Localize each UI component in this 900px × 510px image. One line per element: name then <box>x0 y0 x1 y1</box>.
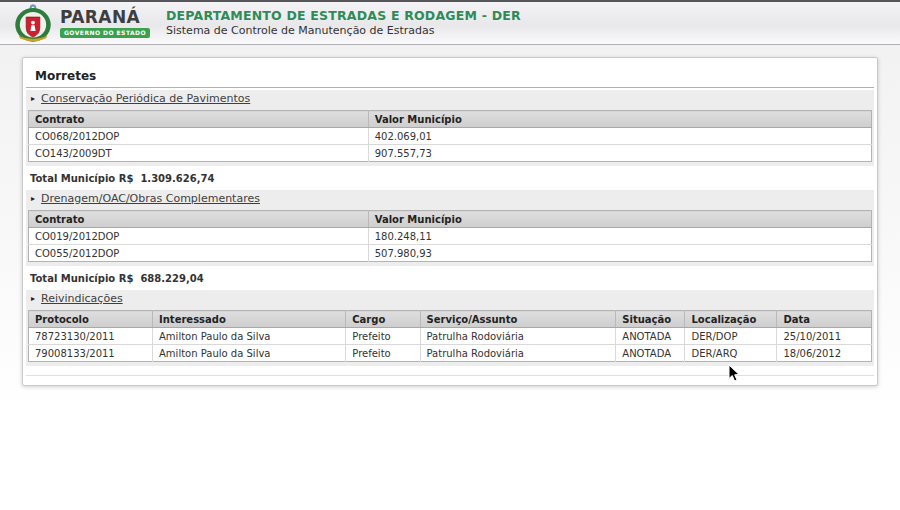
table-row[interactable]: CO068/2012DOP402.069,01 <box>29 128 872 145</box>
table-cell: ANOTADA <box>616 328 685 345</box>
column-header: Serviço/Assunto <box>420 311 616 328</box>
brand-subtitle-badge: GOVERNO DO ESTADO <box>60 28 150 38</box>
table-row[interactable]: CO143/2009DT907.557,73 <box>29 145 872 162</box>
column-header: Situação <box>616 311 685 328</box>
section-panel: ▸Drenagem/OAC/Obras ComplementaresContra… <box>26 190 874 266</box>
table-cell: 78723130/2011 <box>29 328 153 345</box>
total-label: Total Município R$ <box>30 273 133 284</box>
app-subtitle: Sistema de Controle de Manutenção de Est… <box>166 24 521 38</box>
section-data-table: ContratoValor MunicípioCO068/2012DOP402.… <box>28 110 872 162</box>
table-cell: Amilton Paulo da Silva <box>153 328 346 345</box>
triangle-bullet-icon: ▸ <box>31 195 35 203</box>
total-label: Total Município R$ <box>30 173 133 184</box>
table-cell: 25/10/2011 <box>777 328 872 345</box>
total-municipio-line: Total Município R$1.309.626,74 <box>30 173 874 184</box>
section-header-bar: ▸Conservação Periódica de Pavimentos <box>28 90 872 107</box>
table-cell: Patrulha Rodoviária <box>420 328 616 345</box>
total-value: 1.309.626,74 <box>140 173 214 184</box>
page-background: Morretes ▸Conservação Periódica de Pavim… <box>0 45 900 507</box>
triangle-bullet-icon: ▸ <box>31 295 35 303</box>
total-municipio-line: Total Município R$688.229,04 <box>30 273 874 284</box>
table-cell: 79008133/2011 <box>29 345 153 362</box>
section-toggle-link[interactable]: Drenagem/OAC/Obras Complementares <box>41 192 260 205</box>
table-header-row: ContratoValor Município <box>29 111 872 128</box>
section-data-table: ProtocoloInteressadoCargoServiço/Assunto… <box>28 310 872 362</box>
column-header: Valor Município <box>368 111 871 128</box>
table-row[interactable]: CO055/2012DOP507.980,93 <box>29 245 872 262</box>
column-header: Cargo <box>346 311 420 328</box>
column-header: Interessado <box>153 311 346 328</box>
section-panel: ▸ReivindicaçõesProtocoloInteressadoCargo… <box>26 290 874 366</box>
column-header: Valor Município <box>368 211 871 228</box>
column-header: Data <box>777 311 872 328</box>
table-row[interactable]: CO019/2012DOP180.248,11 <box>29 228 872 245</box>
table-cell: CO068/2012DOP <box>29 128 369 145</box>
table-header-row: ProtocoloInteressadoCargoServiço/Assunto… <box>29 311 872 328</box>
triangle-bullet-icon: ▸ <box>31 95 35 103</box>
section-panel: ▸Conservação Periódica de PavimentosCont… <box>26 90 874 166</box>
table-cell: Prefeito <box>346 328 420 345</box>
parana-coat-of-arms-icon <box>13 3 53 43</box>
sections-container: ▸Conservação Periódica de PavimentosCont… <box>26 90 874 366</box>
app-header: PARANÁ GOVERNO DO ESTADO DEPARTAMENTO DE… <box>0 0 900 45</box>
table-row[interactable]: 78723130/2011Amilton Paulo da SilvaPrefe… <box>29 328 872 345</box>
section-header-bar: ▸Drenagem/OAC/Obras Complementares <box>28 190 872 207</box>
total-value: 688.229,04 <box>140 273 203 284</box>
title-divider <box>26 87 874 88</box>
card-footer-divider <box>26 375 874 379</box>
table-cell: Amilton Paulo da Silva <box>153 345 346 362</box>
table-cell: CO055/2012DOP <box>29 245 369 262</box>
table-cell: Patrulha Rodoviária <box>420 345 616 362</box>
table-cell: Prefeito <box>346 345 420 362</box>
table-header-row: ContratoValor Município <box>29 211 872 228</box>
column-header: Protocolo <box>29 311 153 328</box>
brand-name: PARANÁ <box>60 9 140 26</box>
table-row[interactable]: 79008133/2011Amilton Paulo da SilvaPrefe… <box>29 345 872 362</box>
table-cell: 402.069,01 <box>368 128 871 145</box>
section-toggle-link[interactable]: Reivindicações <box>41 292 123 305</box>
column-header: Contrato <box>29 211 369 228</box>
table-cell: 180.248,11 <box>368 228 871 245</box>
content-card: Morretes ▸Conservação Periódica de Pavim… <box>22 57 878 386</box>
mouse-cursor-icon <box>728 365 740 382</box>
section-header-bar: ▸Reivindicações <box>28 290 872 307</box>
table-cell: 18/06/2012 <box>777 345 872 362</box>
section-data-table: ContratoValor MunicípioCO019/2012DOP180.… <box>28 210 872 262</box>
table-cell: DER/ARQ <box>685 345 777 362</box>
table-cell: CO143/2009DT <box>29 145 369 162</box>
app-title: DEPARTAMENTO DE ESTRADAS E RODAGEM - DER <box>166 8 521 24</box>
column-header: Localização <box>685 311 777 328</box>
column-header: Contrato <box>29 111 369 128</box>
municipality-title: Morretes <box>35 69 874 83</box>
section-toggle-link[interactable]: Conservação Periódica de Pavimentos <box>41 92 250 105</box>
table-cell: 507.980,93 <box>368 245 871 262</box>
table-cell: CO019/2012DOP <box>29 228 369 245</box>
table-cell: ANOTADA <box>616 345 685 362</box>
table-cell: 907.557,73 <box>368 145 871 162</box>
parana-logo: PARANÁ GOVERNO DO ESTADO <box>0 3 150 43</box>
table-cell: DER/DOP <box>685 328 777 345</box>
